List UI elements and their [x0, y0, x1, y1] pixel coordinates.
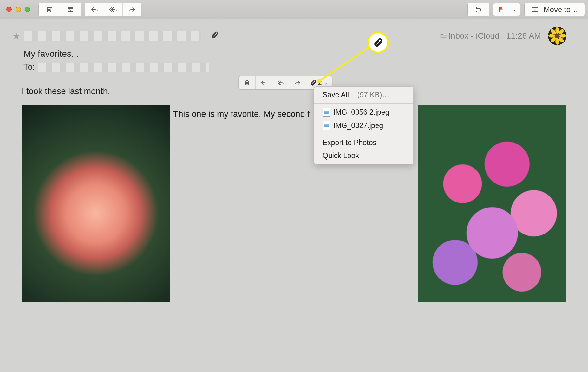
reply-group	[85, 3, 141, 16]
save-all-label: Save All	[323, 91, 349, 99]
favorite-star[interactable]: ★	[12, 30, 21, 42]
forward-button[interactable]	[123, 3, 141, 16]
attachment-indicator	[211, 31, 219, 41]
titlebar: ⌄ Move to…	[0, 0, 588, 19]
flag-dropdown-button[interactable]: ⌄	[509, 3, 520, 16]
message-body: I took these last month. This one is my …	[0, 76, 588, 311]
inline-forward-button[interactable]	[289, 76, 306, 89]
chevron-down-icon: ⌄	[513, 6, 517, 12]
save-all-size: (97 KB)…	[357, 91, 389, 99]
popover-separator	[314, 134, 413, 134]
inline-delete-button[interactable]	[239, 76, 256, 89]
svg-point-14	[317, 79, 321, 83]
paperclip-icon	[373, 38, 383, 47]
forward-icon	[128, 6, 136, 13]
inline-reply-all-button[interactable]	[272, 76, 289, 89]
reply-icon	[261, 80, 267, 86]
svg-point-8	[559, 34, 566, 38]
reply-all-icon	[278, 80, 284, 86]
inline-image-1[interactable]	[22, 105, 170, 302]
archive-button[interactable]	[60, 3, 81, 16]
flag-icon	[498, 6, 505, 13]
message-header: ★ Inbox - iCloud 11:26 AM My f	[0, 19, 588, 76]
paperclip-icon	[211, 31, 219, 39]
image-file-icon	[323, 108, 330, 117]
flag-group: ⌄	[493, 3, 520, 16]
reply-button[interactable]	[85, 3, 104, 16]
forward-icon	[294, 80, 301, 86]
printer-icon	[474, 6, 482, 13]
flag-button[interactable]	[493, 3, 509, 16]
inline-image-2[interactable]	[418, 105, 566, 302]
avatar-image	[548, 27, 566, 45]
delete-button[interactable]	[39, 3, 60, 16]
print-button[interactable]	[468, 3, 489, 16]
svg-line-13	[319, 45, 373, 81]
message-time: 11:26 AM	[506, 31, 541, 41]
folder-label[interactable]: Inbox - iCloud	[440, 31, 499, 41]
attachment-item[interactable]: IMG_0327.jpeg	[314, 119, 413, 132]
mail-message-window: ⌄ Move to… ★ Inbox - iCloud 11:26 AM	[0, 0, 588, 372]
sender-redacted	[24, 31, 201, 41]
window-controls	[6, 7, 30, 12]
archive-icon	[67, 6, 74, 13]
attachments-popover: Save All (97 KB)… IMG_0056 2.jpeg IMG_03…	[314, 86, 414, 164]
delete-group	[38, 3, 81, 16]
reply-all-button[interactable]	[104, 3, 123, 16]
move-to-button[interactable]: Move to…	[524, 3, 585, 16]
move-to-label: Move to…	[544, 5, 578, 14]
trash-icon	[244, 80, 250, 86]
zoom-window-button[interactable]	[25, 7, 30, 12]
print-group	[467, 3, 489, 16]
inline-reply-button[interactable]	[256, 76, 272, 89]
close-window-button[interactable]	[6, 7, 12, 12]
highlight-paperclip-callout	[367, 32, 389, 53]
image-file-icon	[323, 121, 330, 130]
export-to-photos-item[interactable]: Export to Photos	[314, 136, 413, 149]
folder-icon	[440, 33, 447, 40]
quick-look-item[interactable]: Quick Look	[314, 149, 413, 162]
avatar[interactable]	[548, 27, 566, 45]
attachment-name: IMG_0327.jpeg	[333, 121, 383, 130]
save-all-item[interactable]: Save All (97 KB)…	[314, 88, 413, 101]
recipient-redacted	[38, 63, 209, 72]
svg-rect-0	[68, 7, 73, 12]
svg-point-6	[555, 38, 559, 45]
reply-icon	[91, 6, 98, 13]
trash-icon	[45, 6, 53, 13]
svg-point-7	[548, 34, 555, 38]
popover-separator	[314, 103, 413, 104]
message-subject: My favorites...	[23, 49, 566, 59]
minimize-window-button[interactable]	[16, 7, 21, 12]
svg-point-5	[555, 27, 559, 34]
to-prefix: To:	[23, 62, 35, 72]
attachment-name: IMG_0056 2.jpeg	[333, 108, 389, 117]
attachment-item[interactable]: IMG_0056 2.jpeg	[314, 106, 413, 119]
move-to-icon	[531, 6, 539, 13]
svg-rect-1	[476, 9, 480, 11]
to-line: To:	[23, 62, 566, 72]
reply-all-icon	[109, 6, 117, 13]
